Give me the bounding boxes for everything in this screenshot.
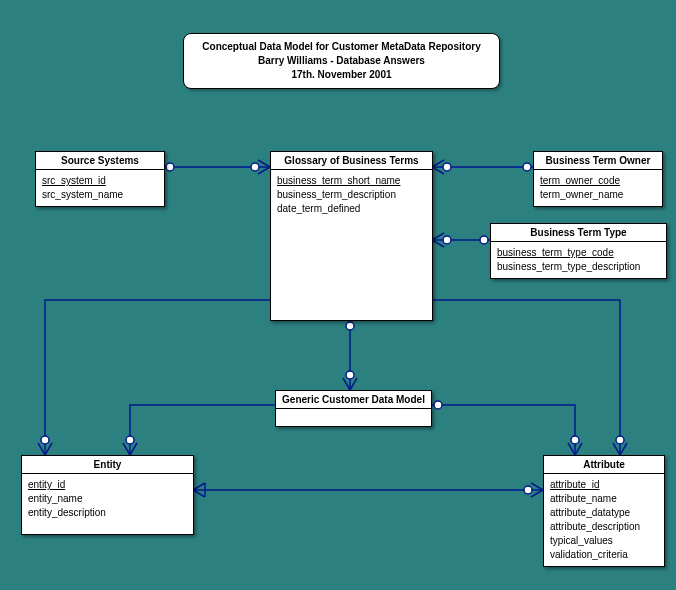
- svg-line-8: [432, 167, 444, 174]
- svg-point-4: [251, 163, 259, 171]
- entity-header: Attribute: [544, 456, 664, 474]
- entity-attr: src_system_name: [42, 188, 158, 202]
- svg-line-33: [123, 443, 130, 455]
- svg-line-37: [568, 443, 575, 455]
- svg-point-16: [346, 322, 354, 330]
- svg-line-29: [613, 443, 620, 455]
- svg-line-13: [432, 240, 444, 247]
- entity-header: Business Term Type: [491, 224, 666, 242]
- entity-attr: business_term_type_code: [497, 246, 660, 260]
- svg-line-34: [130, 443, 137, 455]
- svg-line-17: [343, 378, 350, 390]
- entity-attr: business_term_description: [277, 188, 426, 202]
- svg-line-44: [531, 483, 543, 490]
- entity-header: Business Term Owner: [534, 152, 662, 170]
- svg-line-2: [258, 160, 270, 167]
- entity-attr: attribute_id: [550, 478, 658, 492]
- entity-source-systems: Source Systems src_system_id src_system_…: [35, 151, 165, 207]
- entity-header: Source Systems: [36, 152, 164, 170]
- svg-line-38: [575, 443, 582, 455]
- svg-line-45: [531, 490, 543, 497]
- entity-term-owner: Business Term Owner term_owner_code term…: [533, 151, 663, 207]
- svg-point-39: [571, 436, 579, 444]
- entity-attribute: Attribute attribute_id attribute_name at…: [543, 455, 665, 567]
- entity-attr: entity_id: [28, 478, 187, 492]
- svg-point-46: [524, 486, 532, 494]
- entity-attr: validation_criteria: [550, 548, 658, 562]
- svg-point-14: [443, 236, 451, 244]
- entity-attr: attribute_datatype: [550, 506, 658, 520]
- diagram-title: Conceptual Data Model for Customer MetaD…: [183, 33, 500, 89]
- svg-line-18: [350, 378, 357, 390]
- svg-line-42: [193, 490, 205, 497]
- entity-attr: date_term_defined: [277, 202, 426, 216]
- svg-line-7: [432, 160, 444, 167]
- title-line-1: Conceptual Data Model for Customer MetaD…: [196, 40, 487, 54]
- entity-attr: entity_description: [28, 506, 187, 520]
- entity-generic-model: Generic Customer Data Model: [275, 390, 432, 427]
- entity-entity: Entity entity_id entity_name entity_desc…: [21, 455, 194, 535]
- svg-point-35: [126, 436, 134, 444]
- entity-attr: term_owner_code: [540, 174, 656, 188]
- svg-point-1: [166, 163, 174, 171]
- entity-attr: attribute_description: [550, 520, 658, 534]
- entity-header: Generic Customer Data Model: [276, 391, 431, 409]
- entity-attr: typical_values: [550, 534, 658, 548]
- svg-line-41: [193, 483, 205, 490]
- entity-attr: attribute_name: [550, 492, 658, 506]
- svg-line-30: [620, 443, 627, 455]
- svg-line-3: [258, 167, 270, 174]
- svg-point-9: [443, 163, 451, 171]
- entity-term-type: Business Term Type business_term_type_co…: [490, 223, 667, 279]
- entity-header: Glossary of Business Terms: [271, 152, 432, 170]
- entity-attr: business_term_short_name: [277, 174, 426, 188]
- svg-point-19: [346, 371, 354, 379]
- title-line-3: 17th. November 2001: [196, 68, 487, 82]
- entity-attr: term_owner_name: [540, 188, 656, 202]
- entity-attr: src_system_id: [42, 174, 158, 188]
- entity-attr: entity_name: [28, 492, 187, 506]
- svg-line-24: [45, 443, 52, 455]
- title-line-2: Barry Williams - Database Answers: [196, 54, 487, 68]
- svg-point-36: [434, 401, 442, 409]
- svg-line-23: [38, 443, 45, 455]
- entity-attr: business_term_type_description: [497, 260, 660, 274]
- svg-point-6: [523, 163, 531, 171]
- entity-header: Entity: [22, 456, 193, 474]
- svg-point-11: [480, 236, 488, 244]
- svg-point-25: [41, 436, 49, 444]
- svg-line-12: [432, 233, 444, 240]
- entity-glossary: Glossary of Business Terms business_term…: [270, 151, 433, 321]
- svg-point-31: [616, 436, 624, 444]
